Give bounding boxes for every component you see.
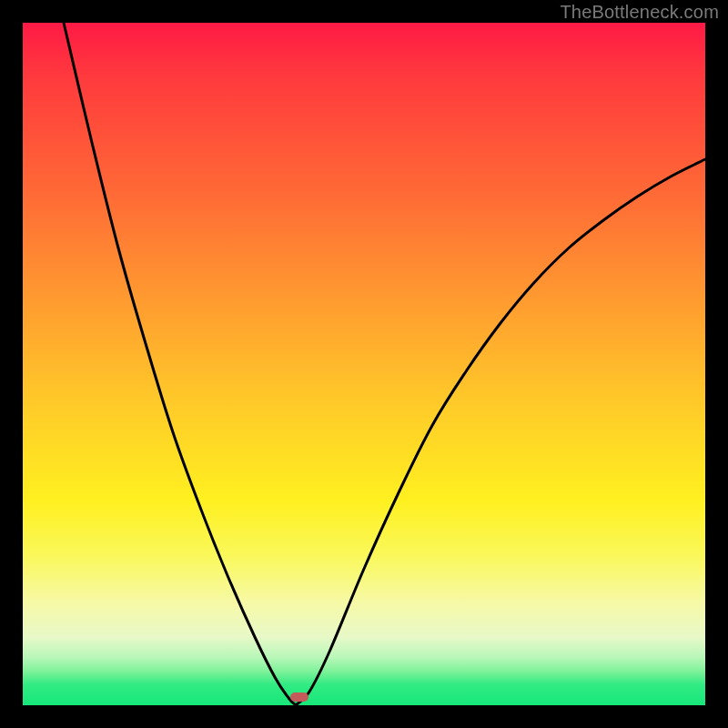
- outer-frame: TheBottleneck.com: [0, 0, 728, 728]
- optimal-marker: [290, 693, 308, 702]
- bottleneck-curve: [23, 23, 705, 705]
- watermark-text: TheBottleneck.com: [560, 2, 719, 23]
- curve-path: [64, 23, 705, 705]
- plot-area: [23, 23, 705, 705]
